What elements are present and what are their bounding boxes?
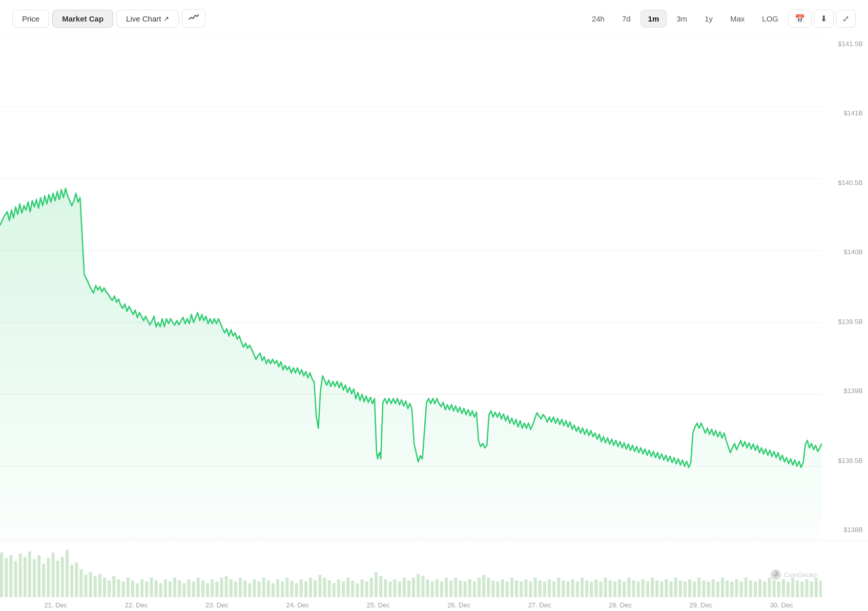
svg-rect-173 — [758, 579, 761, 597]
svg-rect-160 — [697, 578, 700, 597]
svg-rect-111 — [468, 579, 471, 597]
svg-rect-152 — [660, 581, 663, 597]
svg-rect-33 — [103, 578, 106, 597]
24h-button[interactable]: 24h — [584, 10, 612, 28]
svg-rect-41 — [140, 579, 143, 597]
svg-rect-125 — [534, 578, 537, 597]
expand-button[interactable]: ⤢ — [836, 10, 856, 28]
svg-rect-183 — [805, 579, 809, 597]
price-button[interactable]: Price — [12, 10, 49, 28]
svg-rect-67 — [262, 578, 265, 597]
toolbar: Price Market Cap Live Chart ↗ 24h 7d 1m … — [0, 0, 868, 35]
svg-rect-130 — [557, 578, 560, 597]
svg-rect-46 — [164, 579, 167, 597]
svg-rect-77 — [309, 578, 312, 597]
y-label-2: $141B — [843, 109, 863, 117]
7d-button[interactable]: 7d — [614, 10, 638, 28]
svg-rect-37 — [122, 581, 125, 597]
svg-rect-19 — [37, 555, 40, 597]
svg-rect-93 — [384, 579, 387, 597]
x-label-5: 25. Dec — [367, 601, 390, 609]
svg-rect-38 — [127, 578, 130, 597]
svg-rect-79 — [318, 575, 321, 597]
svg-rect-87 — [356, 583, 359, 597]
svg-rect-180 — [791, 578, 794, 597]
svg-rect-68 — [267, 580, 270, 597]
svg-rect-138 — [594, 579, 597, 597]
svg-rect-107 — [449, 580, 452, 597]
y-label-8: $138B — [843, 526, 863, 534]
svg-rect-163 — [712, 579, 715, 597]
svg-rect-181 — [796, 580, 799, 597]
svg-rect-30 — [89, 572, 92, 597]
svg-rect-123 — [524, 579, 527, 597]
svg-rect-156 — [679, 580, 682, 597]
svg-rect-148 — [642, 579, 645, 597]
svg-rect-127 — [543, 581, 546, 597]
svg-rect-108 — [454, 578, 457, 597]
svg-rect-43 — [150, 578, 153, 597]
svg-rect-28 — [79, 569, 82, 598]
svg-rect-80 — [323, 578, 326, 597]
svg-rect-153 — [665, 579, 668, 597]
svg-rect-139 — [599, 581, 602, 597]
svg-rect-186 — [819, 580, 822, 597]
svg-rect-76 — [304, 581, 307, 597]
svg-rect-115 — [487, 578, 490, 597]
calendar-button[interactable]: 📅 — [788, 10, 812, 28]
svg-rect-52 — [192, 581, 195, 597]
svg-rect-54 — [201, 580, 204, 597]
svg-rect-119 — [506, 581, 509, 597]
svg-rect-35 — [112, 576, 115, 597]
1m-button[interactable]: 1m — [640, 10, 667, 28]
svg-rect-105 — [440, 581, 443, 597]
market-cap-button[interactable]: Market Cap — [52, 10, 113, 28]
svg-rect-90 — [370, 578, 373, 597]
svg-rect-73 — [290, 580, 293, 597]
svg-rect-82 — [333, 583, 336, 597]
svg-rect-32 — [98, 574, 101, 597]
svg-rect-75 — [300, 579, 303, 597]
svg-rect-15 — [19, 554, 22, 597]
svg-rect-81 — [328, 580, 331, 597]
svg-rect-116 — [491, 580, 494, 597]
svg-rect-86 — [351, 580, 354, 597]
svg-rect-84 — [342, 581, 345, 597]
svg-rect-144 — [623, 581, 626, 597]
svg-rect-120 — [510, 578, 513, 597]
svg-rect-154 — [670, 581, 673, 597]
toolbar-left: Price Market Cap Live Chart ↗ — [12, 9, 205, 28]
log-button[interactable]: LOG — [754, 10, 786, 28]
svg-rect-53 — [197, 578, 200, 597]
svg-rect-31 — [94, 576, 97, 597]
svg-rect-117 — [496, 581, 499, 597]
svg-rect-70 — [276, 579, 279, 597]
svg-rect-146 — [632, 580, 635, 597]
download-button[interactable]: ⬇ — [814, 10, 834, 28]
svg-rect-95 — [393, 579, 396, 597]
svg-rect-140 — [604, 578, 607, 597]
svg-rect-147 — [637, 581, 640, 597]
svg-rect-149 — [646, 581, 649, 597]
svg-rect-128 — [548, 579, 551, 597]
x-label-1: 21. Dec — [44, 601, 67, 609]
x-label-3: 23. Dec — [205, 601, 229, 609]
svg-rect-175 — [768, 578, 771, 597]
svg-rect-55 — [206, 583, 209, 597]
line-chart-icon-button[interactable] — [182, 9, 205, 28]
svg-rect-91 — [375, 572, 378, 597]
chart-container: Price Market Cap Live Chart ↗ 24h 7d 1m … — [0, 0, 868, 611]
1y-button[interactable]: 1y — [697, 10, 720, 28]
max-button[interactable]: Max — [722, 10, 752, 28]
svg-rect-12 — [5, 558, 8, 597]
svg-rect-50 — [182, 583, 185, 597]
svg-rect-112 — [473, 581, 476, 597]
svg-rect-155 — [674, 578, 677, 597]
svg-rect-11 — [0, 553, 3, 597]
3m-button[interactable]: 3m — [669, 10, 695, 28]
svg-rect-56 — [211, 579, 214, 597]
live-chart-button[interactable]: Live Chart ↗ — [116, 10, 179, 28]
svg-rect-85 — [346, 578, 349, 597]
svg-rect-157 — [684, 581, 687, 597]
svg-rect-121 — [515, 580, 518, 597]
